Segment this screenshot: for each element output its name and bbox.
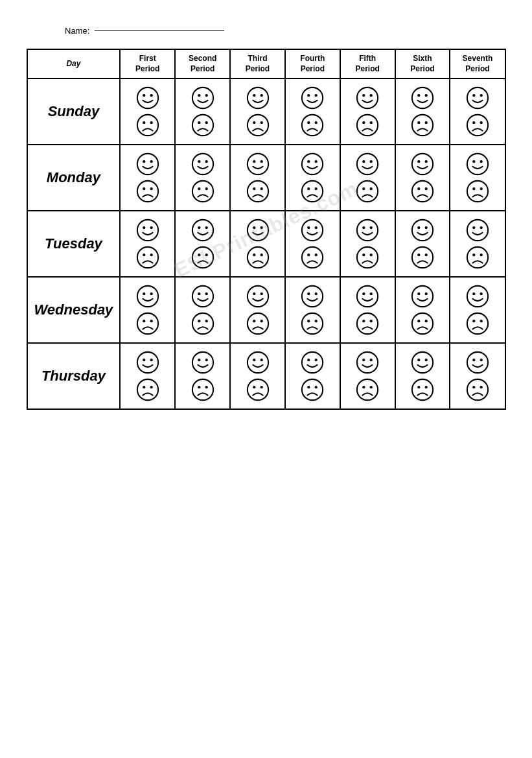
faces-thursday-period-2 — [175, 343, 230, 409]
svg-point-194 — [370, 359, 373, 361]
faces-wednesday-period-2 — [175, 277, 230, 343]
svg-point-197 — [370, 386, 373, 388]
svg-point-12 — [247, 88, 268, 108]
svg-point-206 — [480, 359, 483, 361]
svg-point-127 — [143, 292, 145, 295]
svg-point-43 — [143, 160, 145, 163]
svg-point-71 — [370, 187, 373, 190]
day-row: Tuesday — [27, 211, 505, 277]
svg-point-168 — [137, 352, 158, 373]
svg-point-135 — [192, 313, 213, 334]
happy-face-icon — [355, 284, 380, 309]
svg-point-169 — [143, 359, 145, 361]
sad-face-icon — [246, 377, 270, 402]
svg-point-209 — [480, 386, 483, 388]
svg-point-49 — [198, 160, 200, 163]
name-label: Name: — [65, 26, 89, 36]
svg-point-164 — [480, 292, 483, 295]
period-3-header: ThirdPeriod — [230, 49, 285, 78]
svg-point-174 — [192, 352, 213, 373]
svg-point-159 — [412, 313, 433, 334]
svg-point-15 — [247, 115, 268, 136]
svg-point-150 — [357, 286, 378, 307]
svg-point-47 — [150, 187, 152, 190]
svg-point-42 — [137, 154, 158, 174]
svg-point-19 — [308, 94, 310, 97]
svg-point-116 — [425, 226, 428, 229]
day-label-wednesday: Wednesday — [27, 277, 121, 343]
svg-point-26 — [370, 94, 373, 97]
faces-tuesday-period-6 — [395, 211, 450, 277]
svg-point-113 — [370, 254, 373, 256]
day-label-thursday: Thursday — [27, 343, 121, 409]
sad-face-icon — [355, 245, 380, 270]
faces-monday-period-4 — [285, 145, 340, 211]
svg-point-109 — [362, 226, 365, 229]
happy-face-icon — [410, 284, 435, 309]
happy-face-icon — [191, 284, 215, 309]
faces-tuesday-period-5 — [340, 211, 395, 277]
faces-wednesday-period-5 — [340, 277, 395, 343]
svg-point-149 — [315, 320, 318, 322]
sad-face-icon — [191, 179, 215, 204]
sad-face-icon — [135, 245, 160, 270]
svg-point-208 — [472, 386, 475, 388]
svg-point-152 — [370, 292, 373, 295]
svg-point-67 — [362, 160, 365, 163]
svg-point-179 — [205, 386, 207, 388]
svg-point-201 — [412, 379, 433, 400]
svg-point-100 — [253, 254, 255, 256]
svg-point-185 — [260, 386, 262, 388]
faces-thursday-period-5 — [340, 343, 395, 409]
svg-point-75 — [412, 181, 433, 202]
svg-point-74 — [425, 160, 428, 163]
sad-face-icon — [300, 245, 325, 270]
svg-point-97 — [253, 226, 255, 229]
svg-point-14 — [260, 94, 262, 97]
happy-face-icon — [355, 218, 380, 243]
svg-point-198 — [412, 352, 433, 373]
svg-point-147 — [302, 313, 323, 334]
svg-point-125 — [480, 254, 483, 256]
svg-point-106 — [308, 254, 310, 256]
svg-point-104 — [315, 226, 318, 229]
happy-face-icon — [355, 350, 380, 375]
svg-point-139 — [253, 292, 255, 295]
svg-point-182 — [260, 359, 262, 361]
faces-sunday-period-5 — [340, 78, 395, 145]
happy-face-icon — [410, 350, 435, 375]
period-7-header: SeventhPeriod — [450, 49, 505, 78]
svg-point-173 — [150, 386, 152, 388]
name-underline — [95, 30, 224, 31]
svg-point-35 — [425, 121, 428, 124]
svg-point-0 — [137, 88, 158, 108]
day-row: Thursday — [27, 343, 505, 409]
svg-point-36 — [467, 88, 488, 108]
faces-monday-period-6 — [395, 145, 450, 211]
sad-face-icon — [300, 377, 325, 402]
svg-point-48 — [192, 154, 213, 174]
svg-point-148 — [308, 320, 310, 322]
period-1-header: FirstPeriod — [120, 49, 175, 78]
svg-point-151 — [362, 292, 365, 295]
svg-point-56 — [260, 160, 262, 163]
svg-point-99 — [247, 247, 268, 268]
sad-face-icon — [246, 245, 270, 270]
svg-point-143 — [260, 320, 262, 322]
faces-monday-period-3 — [230, 145, 285, 211]
svg-point-134 — [205, 292, 207, 295]
svg-point-64 — [308, 187, 310, 190]
happy-face-icon — [191, 350, 215, 375]
svg-point-202 — [417, 386, 420, 388]
svg-point-93 — [192, 247, 213, 268]
sad-face-icon — [465, 113, 490, 137]
happy-face-icon — [465, 284, 490, 309]
svg-point-205 — [472, 359, 475, 361]
svg-point-85 — [143, 226, 145, 229]
svg-point-57 — [247, 181, 268, 202]
svg-point-111 — [357, 247, 378, 268]
happy-face-icon — [355, 152, 380, 176]
faces-sunday-period-4 — [285, 78, 340, 145]
faces-sunday-period-7 — [450, 78, 505, 145]
svg-point-118 — [417, 254, 420, 256]
